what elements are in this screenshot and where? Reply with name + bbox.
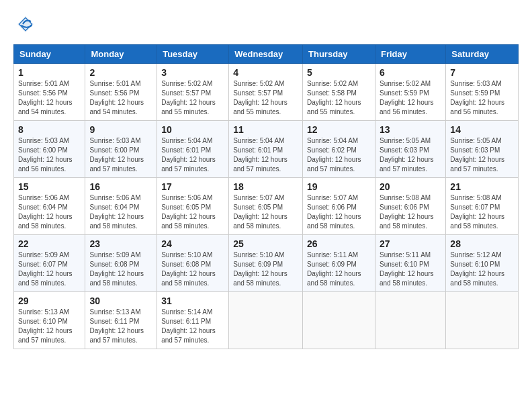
- day-number: 8: [18, 124, 81, 135]
- day-number: 3: [161, 67, 224, 78]
- day-number: 11: [233, 124, 298, 135]
- calendar-cell: 27Sunrise: 5:11 AM Sunset: 6:10 PM Dayli…: [375, 235, 445, 292]
- logo: [13, 13, 36, 38]
- day-number: 20: [380, 181, 441, 192]
- day-of-week-header: Tuesday: [157, 45, 229, 64]
- day-number: 27: [380, 238, 441, 249]
- svg-marker-0: [17, 16, 34, 32]
- calendar-cell: 30Sunrise: 5:13 AM Sunset: 6:11 PM Dayli…: [85, 292, 157, 349]
- calendar-cell: 21Sunrise: 5:08 AM Sunset: 6:07 PM Dayli…: [446, 178, 519, 235]
- day-number: 15: [18, 181, 81, 192]
- day-number: 21: [450, 181, 514, 192]
- day-info: Sunrise: 5:02 AM Sunset: 5:58 PM Dayligh…: [307, 79, 371, 117]
- day-info: Sunrise: 5:04 AM Sunset: 6:02 PM Dayligh…: [307, 136, 371, 174]
- calendar-cell: 31Sunrise: 5:14 AM Sunset: 6:11 PM Dayli…: [157, 292, 229, 349]
- calendar-cell: 16Sunrise: 5:06 AM Sunset: 6:04 PM Dayli…: [85, 178, 157, 235]
- calendar-cell: 14Sunrise: 5:05 AM Sunset: 6:03 PM Dayli…: [446, 121, 519, 178]
- day-of-week-header: Sunday: [14, 45, 85, 64]
- day-info: Sunrise: 5:06 AM Sunset: 6:04 PM Dayligh…: [18, 193, 81, 231]
- calendar-cell: 10Sunrise: 5:04 AM Sunset: 6:01 PM Dayli…: [157, 121, 229, 178]
- calendar-cell: 18Sunrise: 5:07 AM Sunset: 6:05 PM Dayli…: [229, 178, 303, 235]
- day-info: Sunrise: 5:01 AM Sunset: 5:56 PM Dayligh…: [89, 79, 152, 117]
- day-number: 17: [161, 181, 224, 192]
- calendar-week-row: 22Sunrise: 5:09 AM Sunset: 6:07 PM Dayli…: [14, 235, 519, 292]
- day-number: 29: [18, 295, 81, 306]
- calendar-cell: 23Sunrise: 5:09 AM Sunset: 6:08 PM Dayli…: [85, 235, 157, 292]
- day-info: Sunrise: 5:03 AM Sunset: 6:00 PM Dayligh…: [18, 136, 81, 174]
- calendar-cell: 4Sunrise: 5:02 AM Sunset: 5:57 PM Daylig…: [229, 64, 303, 121]
- day-number: 12: [307, 124, 371, 135]
- calendar-cell: 24Sunrise: 5:10 AM Sunset: 6:08 PM Dayli…: [157, 235, 229, 292]
- calendar-cell: 20Sunrise: 5:08 AM Sunset: 6:06 PM Dayli…: [375, 178, 445, 235]
- day-info: Sunrise: 5:04 AM Sunset: 6:01 PM Dayligh…: [233, 136, 298, 174]
- day-info: Sunrise: 5:01 AM Sunset: 5:56 PM Dayligh…: [18, 79, 81, 117]
- day-number: 7: [450, 67, 514, 78]
- day-info: Sunrise: 5:02 AM Sunset: 5:59 PM Dayligh…: [380, 79, 441, 117]
- calendar-cell: 5Sunrise: 5:02 AM Sunset: 5:58 PM Daylig…: [303, 64, 375, 121]
- day-info: Sunrise: 5:10 AM Sunset: 6:08 PM Dayligh…: [161, 250, 224, 288]
- day-number: 2: [89, 67, 152, 78]
- calendar-cell: [303, 292, 375, 349]
- calendar-table: SundayMondayTuesdayWednesdayThursdayFrid…: [13, 44, 519, 349]
- calendar-cell: 6Sunrise: 5:02 AM Sunset: 5:59 PM Daylig…: [375, 64, 445, 121]
- day-number: 28: [450, 238, 514, 249]
- day-info: Sunrise: 5:14 AM Sunset: 6:11 PM Dayligh…: [161, 308, 224, 345]
- logo-icon: [15, 13, 36, 35]
- day-number: 24: [161, 238, 224, 249]
- day-info: Sunrise: 5:07 AM Sunset: 6:06 PM Dayligh…: [307, 193, 371, 231]
- day-of-week-header: Saturday: [446, 45, 519, 64]
- day-number: 26: [307, 238, 371, 249]
- day-number: 18: [233, 181, 298, 192]
- calendar-cell: 13Sunrise: 5:05 AM Sunset: 6:03 PM Dayli…: [375, 121, 445, 178]
- day-number: 22: [18, 238, 81, 249]
- day-number: 23: [89, 238, 152, 249]
- day-info: Sunrise: 5:02 AM Sunset: 5:57 PM Dayligh…: [161, 79, 224, 117]
- calendar-cell: [229, 292, 303, 349]
- calendar-cell: 12Sunrise: 5:04 AM Sunset: 6:02 PM Dayli…: [303, 121, 375, 178]
- day-number: 30: [89, 295, 152, 306]
- day-info: Sunrise: 5:13 AM Sunset: 6:11 PM Dayligh…: [89, 308, 152, 345]
- day-info: Sunrise: 5:11 AM Sunset: 6:09 PM Dayligh…: [307, 250, 371, 288]
- day-info: Sunrise: 5:12 AM Sunset: 6:10 PM Dayligh…: [450, 250, 514, 288]
- calendar-cell: 25Sunrise: 5:10 AM Sunset: 6:09 PM Dayli…: [229, 235, 303, 292]
- day-info: Sunrise: 5:02 AM Sunset: 5:57 PM Dayligh…: [233, 79, 298, 117]
- calendar-week-row: 29Sunrise: 5:13 AM Sunset: 6:10 PM Dayli…: [14, 292, 519, 349]
- day-info: Sunrise: 5:13 AM Sunset: 6:10 PM Dayligh…: [18, 308, 81, 345]
- day-info: Sunrise: 5:10 AM Sunset: 6:09 PM Dayligh…: [233, 250, 298, 288]
- calendar-cell: 11Sunrise: 5:04 AM Sunset: 6:01 PM Dayli…: [229, 121, 303, 178]
- calendar-header-row: SundayMondayTuesdayWednesdayThursdayFrid…: [14, 45, 519, 64]
- calendar-cell: 22Sunrise: 5:09 AM Sunset: 6:07 PM Dayli…: [14, 235, 85, 292]
- calendar-week-row: 8Sunrise: 5:03 AM Sunset: 6:00 PM Daylig…: [14, 121, 519, 178]
- day-number: 9: [89, 124, 152, 135]
- day-info: Sunrise: 5:09 AM Sunset: 6:08 PM Dayligh…: [89, 250, 152, 288]
- calendar-cell: 26Sunrise: 5:11 AM Sunset: 6:09 PM Dayli…: [303, 235, 375, 292]
- calendar-cell: 7Sunrise: 5:03 AM Sunset: 5:59 PM Daylig…: [446, 64, 519, 121]
- day-info: Sunrise: 5:11 AM Sunset: 6:10 PM Dayligh…: [380, 250, 441, 288]
- day-number: 14: [450, 124, 514, 135]
- calendar-cell: 9Sunrise: 5:03 AM Sunset: 6:00 PM Daylig…: [85, 121, 157, 178]
- day-info: Sunrise: 5:06 AM Sunset: 6:05 PM Dayligh…: [161, 193, 224, 231]
- day-info: Sunrise: 5:04 AM Sunset: 6:01 PM Dayligh…: [161, 136, 224, 174]
- day-number: 16: [89, 181, 152, 192]
- calendar-cell: 29Sunrise: 5:13 AM Sunset: 6:10 PM Dayli…: [14, 292, 85, 349]
- calendar-cell: [375, 292, 445, 349]
- day-info: Sunrise: 5:05 AM Sunset: 6:03 PM Dayligh…: [450, 136, 514, 174]
- day-of-week-header: Monday: [85, 45, 157, 64]
- day-info: Sunrise: 5:08 AM Sunset: 6:07 PM Dayligh…: [450, 193, 514, 231]
- day-of-week-header: Wednesday: [229, 45, 303, 64]
- day-number: 31: [161, 295, 224, 306]
- day-number: 6: [380, 67, 441, 78]
- calendar-cell: [446, 292, 519, 349]
- calendar-week-row: 15Sunrise: 5:06 AM Sunset: 6:04 PM Dayli…: [14, 178, 519, 235]
- calendar-cell: 28Sunrise: 5:12 AM Sunset: 6:10 PM Dayli…: [446, 235, 519, 292]
- day-info: Sunrise: 5:03 AM Sunset: 6:00 PM Dayligh…: [89, 136, 152, 174]
- calendar-cell: 1Sunrise: 5:01 AM Sunset: 5:56 PM Daylig…: [14, 64, 85, 121]
- day-info: Sunrise: 5:07 AM Sunset: 6:05 PM Dayligh…: [233, 193, 298, 231]
- day-info: Sunrise: 5:05 AM Sunset: 6:03 PM Dayligh…: [380, 136, 441, 174]
- day-info: Sunrise: 5:06 AM Sunset: 6:04 PM Dayligh…: [89, 193, 152, 231]
- page-header: [13, 13, 519, 38]
- day-info: Sunrise: 5:03 AM Sunset: 5:59 PM Dayligh…: [450, 79, 514, 117]
- calendar-cell: 2Sunrise: 5:01 AM Sunset: 5:56 PM Daylig…: [85, 64, 157, 121]
- day-number: 25: [233, 238, 298, 249]
- day-of-week-header: Thursday: [303, 45, 375, 64]
